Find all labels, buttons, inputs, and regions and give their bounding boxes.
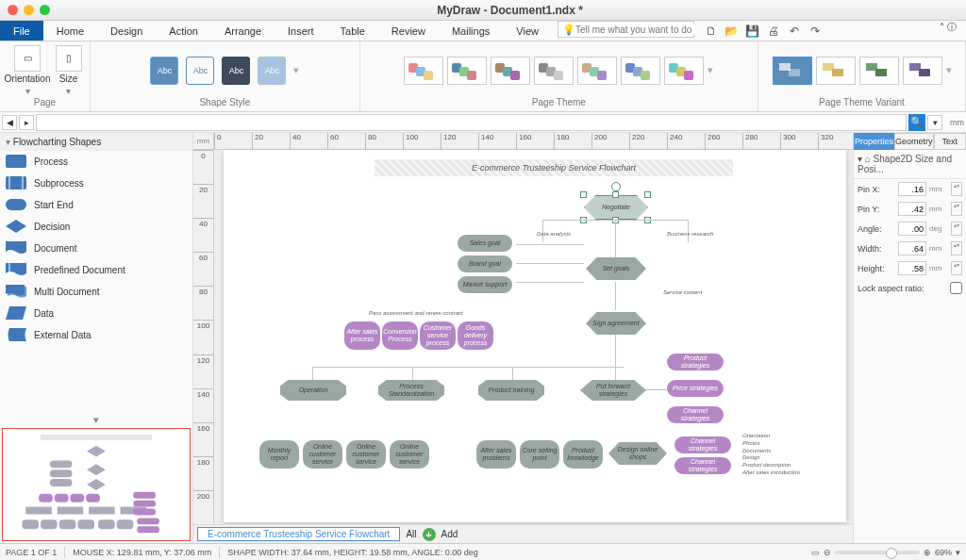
shape-search-input[interactable] — [36, 114, 907, 131]
menu-arrange[interactable]: Arrange — [211, 21, 275, 41]
shape-multi-document[interactable]: Multi Document — [0, 281, 192, 303]
pinx-field[interactable] — [898, 182, 926, 196]
node-ocs2[interactable]: Online customer service — [346, 440, 386, 469]
variant-3[interactable] — [859, 57, 899, 85]
rotate-handle[interactable] — [611, 182, 621, 191]
shape-process[interactable]: Process — [0, 151, 192, 173]
theme-4[interactable] — [534, 57, 574, 85]
theme-5[interactable] — [577, 57, 617, 85]
tab-all[interactable]: All — [406, 529, 416, 539]
angle-field[interactable] — [898, 222, 926, 236]
height-field[interactable] — [898, 261, 926, 275]
node-design-online-shops[interactable]: Design online shops — [608, 442, 667, 465]
shape-decision[interactable]: Decision — [0, 216, 192, 238]
ribbon-search-input[interactable] — [575, 25, 695, 35]
style-more-icon[interactable]: ▾ — [293, 64, 299, 76]
node-ocs3[interactable]: Online customer service — [390, 440, 429, 469]
node-customer-service-process[interactable]: Customer service process — [420, 321, 456, 350]
node-price-strategies[interactable]: Price strategies — [667, 380, 724, 397]
variant-1[interactable] — [773, 57, 812, 85]
width-field[interactable] — [898, 241, 926, 255]
node-channel-strategies[interactable]: Channel strategies — [667, 406, 724, 423]
node-market-support[interactable]: Market support — [458, 276, 512, 293]
dropdown-icon[interactable]: ▾ — [927, 115, 942, 130]
zoom-out-icon[interactable]: ⊖ — [824, 548, 831, 557]
node-after-sales-problems[interactable]: After sales problems — [476, 440, 516, 469]
spinner[interactable]: ▴▾ — [951, 222, 962, 236]
spinner[interactable]: ▴▾ — [951, 202, 962, 216]
node-put-forward-strategies[interactable]: Put forward strategies — [580, 380, 646, 401]
menu-insert[interactable]: Insert — [275, 21, 327, 41]
resize-handle[interactable] — [580, 191, 587, 198]
rtab-properties[interactable]: Properties — [854, 133, 894, 150]
shape-style-1[interactable]: Abc — [150, 57, 178, 85]
node-conversion-process[interactable]: Conversion Process — [382, 321, 418, 350]
menu-home[interactable]: Home — [43, 21, 97, 41]
node-channel-strategies3[interactable]: Channel strategies — [675, 457, 731, 474]
theme-3[interactable] — [491, 57, 530, 85]
add-page-icon[interactable]: + — [423, 528, 436, 541]
shape-style-4[interactable]: Abc — [258, 57, 286, 85]
node-sign-agreement[interactable]: Sign agreement — [586, 312, 646, 335]
close-icon[interactable] — [8, 5, 18, 15]
spinner[interactable]: ▴▾ — [951, 182, 962, 196]
node-set-goals[interactable]: Set goals — [586, 257, 646, 280]
shape-style-3[interactable]: Abc — [222, 57, 250, 85]
print-icon[interactable]: 🖨 — [766, 24, 781, 39]
window-controls[interactable] — [8, 5, 50, 15]
menu-view[interactable]: View — [503, 21, 552, 41]
spinner[interactable]: ▴▾ — [951, 261, 962, 275]
undo-icon[interactable]: ↶ — [787, 24, 802, 39]
search-icon[interactable]: 🔍 — [908, 114, 925, 131]
rtab-geometry[interactable]: Geometry — [894, 133, 934, 150]
rtab-text[interactable]: Text — [934, 133, 966, 150]
resize-handle[interactable] — [644, 191, 651, 198]
ribbon-search[interactable]: 💡 — [558, 21, 694, 38]
resize-handle[interactable] — [612, 191, 619, 198]
variant-more-icon[interactable]: ▾ — [946, 64, 952, 76]
chevron-down-icon[interactable]: ▾ — [0, 414, 192, 426]
node-after-sales-process[interactable]: After sales process — [344, 321, 380, 350]
drawing-page[interactable]: E-commerce Trusteeship Service Flowchart… — [224, 150, 846, 522]
node-product-training[interactable]: Product training — [478, 380, 544, 401]
maximize-icon[interactable] — [40, 5, 50, 15]
node-operation[interactable]: Operation — [280, 380, 346, 401]
nav-expand-icon[interactable]: ▸ — [19, 115, 34, 130]
spinner[interactable]: ▴▾ — [951, 241, 962, 255]
piny-field[interactable] — [898, 202, 926, 216]
minimize-icon[interactable] — [24, 5, 34, 15]
variant-2[interactable] — [816, 57, 856, 85]
theme-2[interactable] — [447, 57, 487, 85]
page-tab-1[interactable]: E-commerce Trusteeship Service Flowchart — [197, 527, 400, 541]
node-monthly-report[interactable]: Monthly report — [259, 440, 299, 469]
page-thumbnail[interactable] — [2, 428, 191, 541]
node-core-selling-point[interactable]: Core selling point — [520, 440, 559, 469]
shapes-panel-title[interactable]: Flowcharting Shapes — [0, 133, 192, 151]
shape-external-data[interactable]: External Data — [0, 324, 192, 346]
collapse-ribbon-icon[interactable]: ˄ ⓘ — [930, 21, 966, 41]
node-product-knowledge[interactable]: Product knowledge — [563, 440, 603, 469]
shape-style-2[interactable]: Abc — [186, 57, 214, 85]
theme-7[interactable] — [664, 57, 704, 85]
open-icon[interactable]: 📂 — [724, 24, 740, 39]
chevron-down-icon[interactable]: ▾ — [956, 548, 960, 557]
menu-table[interactable]: Table — [327, 21, 378, 41]
node-channel-strategies2[interactable]: Channel strategies — [675, 436, 731, 453]
nav-back-icon[interactable]: ◀ — [2, 115, 17, 130]
node-ocs1[interactable]: Online customer service — [303, 440, 342, 469]
shape-data[interactable]: Data — [0, 303, 192, 324]
redo-icon[interactable]: ↷ — [808, 24, 823, 39]
fit-width-icon[interactable]: ▭ — [811, 548, 820, 557]
lock-aspect-checkbox[interactable] — [950, 281, 962, 295]
menu-action[interactable]: Action — [156, 21, 211, 41]
canvas[interactable]: mm 0204060801001201401601802002202402602… — [193, 133, 853, 524]
orientation-button[interactable]: ▭Orientation▾ — [6, 45, 49, 96]
menu-review[interactable]: Review — [378, 21, 439, 41]
menu-mailings[interactable]: Mailings — [439, 21, 503, 41]
theme-6[interactable] — [621, 57, 660, 85]
node-process-standardization[interactable]: Process Standardization — [378, 380, 444, 401]
new-icon[interactable]: 🗋 — [704, 24, 719, 39]
node-goods-delivery-process[interactable]: Goods delivery process — [458, 321, 493, 350]
variant-4[interactable] — [903, 57, 942, 85]
shape-document[interactable]: Document — [0, 238, 192, 259]
